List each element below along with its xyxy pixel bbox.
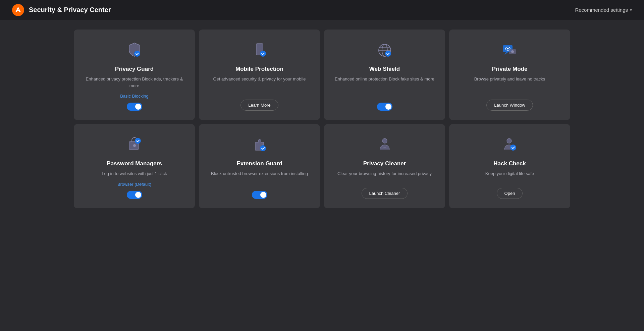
header: Security & Privacy Center Recommended se… [0, 0, 644, 20]
web-shield-icon [376, 40, 393, 60]
privacy-cleaner-button[interactable]: Launch Cleaner [362, 188, 408, 199]
svg-point-5 [260, 51, 266, 57]
card-privacy-guard: Privacy Guard Enhanced privacy protectio… [74, 30, 195, 120]
web-shield-title: Web Shield [369, 66, 400, 72]
privacy-cleaner-title: Privacy Cleaner [363, 160, 406, 167]
svg-point-11 [385, 51, 391, 57]
svg-point-25 [507, 139, 512, 143]
avast-logo [12, 4, 24, 16]
privacy-guard-link[interactable]: Basic Blocking [120, 94, 149, 99]
hack-check-icon [501, 135, 519, 155]
card-password-managers: Password Managers Log in to websites wit… [74, 124, 195, 208]
hack-check-desc: Keep your digital life safe [485, 170, 534, 183]
password-managers-toggle-wrap [127, 191, 142, 199]
private-mode-icon [501, 40, 519, 60]
card-privacy-cleaner: Privacy Cleaner Clear your browsing hist… [324, 124, 445, 208]
svg-point-26 [510, 145, 516, 151]
password-managers-link[interactable]: Browser (Default) [117, 182, 151, 187]
svg-point-17 [511, 50, 514, 53]
web-shield-toggle[interactable] [377, 103, 392, 111]
password-managers-toggle[interactable] [127, 191, 142, 199]
svg-point-15 [507, 48, 508, 50]
privacy-guard-toggle[interactable] [127, 103, 142, 111]
hack-check-button[interactable]: Open [497, 188, 523, 199]
privacy-cleaner-icon [376, 135, 393, 155]
password-managers-title: Password Managers [107, 160, 162, 167]
svg-rect-20 [134, 146, 135, 147]
card-mobile-protection: Mobile Protection Get advanced security … [199, 30, 320, 120]
privacy-cleaner-desc: Clear your browsing history for increase… [337, 170, 432, 183]
web-shield-desc: Enhanced online protection Block fake si… [335, 76, 434, 98]
privacy-guard-toggle-wrap [127, 103, 142, 111]
card-web-shield: Web Shield Enhanced online protection Bl… [324, 30, 445, 120]
svg-point-23 [382, 139, 387, 143]
privacy-guard-desc: Enhanced privacy protection Block ads, t… [82, 76, 187, 89]
extension-guard-toggle[interactable] [252, 191, 267, 199]
privacy-guard-title: Privacy Guard [115, 66, 154, 72]
private-mode-title: Private Mode [492, 66, 528, 72]
header-left: Security & Privacy Center [12, 4, 111, 16]
web-shield-toggle-wrap [377, 103, 392, 111]
card-extension-guard: Extension Guard Block untrusted browser … [199, 124, 320, 208]
chevron-down-icon: ▾ [630, 8, 632, 12]
page-title: Security & Privacy Center [29, 6, 111, 14]
svg-point-22 [260, 145, 266, 151]
mobile-protection-desc: Get advanced security & privacy for your… [213, 76, 306, 95]
password-managers-icon [126, 135, 143, 155]
recommended-settings-button[interactable]: Recommended settings ▾ [575, 7, 632, 13]
password-managers-desc: Log in to websites with just 1 click [102, 170, 167, 177]
card-hack-check: Hack Check Keep your digital life safe O… [449, 124, 570, 208]
mobile-protection-title: Mobile Protection [235, 66, 283, 72]
privacy-guard-icon [126, 40, 143, 60]
card-private-mode: Private Mode Browse privately and leave … [449, 30, 570, 120]
private-mode-button[interactable]: Launch Window [486, 100, 533, 111]
extension-guard-toggle-wrap [252, 191, 267, 199]
extension-guard-icon [251, 135, 268, 155]
svg-marker-13 [504, 52, 508, 55]
private-mode-desc: Browse privately and leave no tracks [474, 76, 545, 95]
svg-point-21 [135, 138, 141, 144]
hack-check-title: Hack Check [493, 160, 526, 167]
extension-guard-desc: Block untrusted browser extensions from … [211, 170, 308, 186]
svg-point-2 [134, 51, 140, 57]
mobile-protection-icon [251, 40, 268, 60]
recommended-settings-label: Recommended settings [575, 7, 628, 13]
mobile-protection-button[interactable]: Learn More [240, 100, 278, 111]
cards-grid: Privacy Guard Enhanced privacy protectio… [0, 20, 644, 218]
svg-rect-24 [383, 148, 386, 148]
extension-guard-title: Extension Guard [236, 160, 282, 167]
